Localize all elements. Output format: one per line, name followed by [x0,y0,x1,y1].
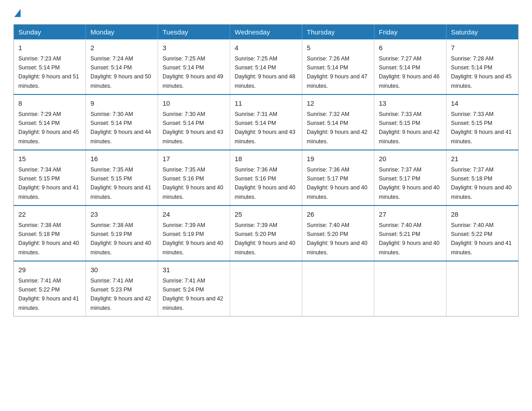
calendar-cell: 22 Sunrise: 7:38 AMSunset: 5:18 PMDaylig… [14,206,86,261]
calendar-cell: 6 Sunrise: 7:27 AMSunset: 5:14 PMDayligh… [374,39,446,94]
calendar-cell: 21 Sunrise: 7:37 AMSunset: 5:18 PMDaylig… [446,150,519,206]
calendar-cell: 11 Sunrise: 7:31 AMSunset: 5:14 PMDaylig… [230,94,302,150]
day-number: 8 [18,98,81,109]
day-info: Sunrise: 7:36 AMSunset: 5:17 PMDaylight:… [307,167,368,200]
weekday-header-saturday: Saturday [446,25,519,40]
calendar-cell: 5 Sunrise: 7:26 AMSunset: 5:14 PMDayligh… [302,39,374,94]
day-number: 10 [163,98,225,109]
calendar-week-row: 8 Sunrise: 7:29 AMSunset: 5:14 PMDayligh… [14,94,519,150]
day-info: Sunrise: 7:30 AMSunset: 5:14 PMDaylight:… [163,111,223,145]
day-info: Sunrise: 7:41 AMSunset: 5:24 PMDaylight:… [163,278,223,311]
day-number: 7 [451,43,514,53]
day-info: Sunrise: 7:29 AMSunset: 5:14 PMDaylight:… [18,111,79,145]
day-number: 22 [18,210,81,220]
day-number: 9 [90,98,153,109]
calendar-cell [230,261,302,317]
day-info: Sunrise: 7:26 AMSunset: 5:14 PMDaylight:… [307,56,368,89]
day-number: 12 [307,98,369,109]
calendar-cell: 15 Sunrise: 7:34 AMSunset: 5:15 PMDaylig… [14,150,86,206]
day-info: Sunrise: 7:31 AMSunset: 5:14 PMDaylight:… [235,111,296,145]
day-number: 16 [90,154,153,164]
day-number: 2 [90,43,153,53]
day-info: Sunrise: 7:41 AMSunset: 5:23 PMDaylight:… [90,278,151,311]
day-info: Sunrise: 7:40 AMSunset: 5:21 PMDaylight:… [379,222,440,256]
calendar-cell [446,261,519,317]
day-info: Sunrise: 7:38 AMSunset: 5:18 PMDaylight:… [18,222,79,256]
day-info: Sunrise: 7:39 AMSunset: 5:20 PMDaylight:… [235,222,296,256]
day-number: 5 [307,43,369,53]
day-number: 3 [163,43,225,53]
day-number: 17 [163,154,225,164]
day-number: 24 [163,210,225,220]
calendar-cell: 3 Sunrise: 7:25 AMSunset: 5:14 PMDayligh… [158,39,230,94]
day-number: 20 [379,154,442,164]
calendar-cell: 2 Sunrise: 7:24 AMSunset: 5:14 PMDayligh… [86,39,158,94]
day-info: Sunrise: 7:25 AMSunset: 5:14 PMDaylight:… [163,56,223,89]
calendar-cell: 17 Sunrise: 7:35 AMSunset: 5:16 PMDaylig… [158,150,230,206]
calendar-table: SundayMondayTuesdayWednesdayThursdayFrid… [13,24,519,317]
logo-triangle-icon [14,9,21,17]
calendar-cell: 31 Sunrise: 7:41 AMSunset: 5:24 PMDaylig… [158,261,230,317]
calendar-cell: 25 Sunrise: 7:39 AMSunset: 5:20 PMDaylig… [230,206,302,261]
day-info: Sunrise: 7:38 AMSunset: 5:19 PMDaylight:… [90,222,151,256]
day-number: 15 [18,154,81,164]
day-info: Sunrise: 7:39 AMSunset: 5:19 PMDaylight:… [163,222,223,256]
day-number: 11 [235,98,297,109]
calendar-cell: 23 Sunrise: 7:38 AMSunset: 5:19 PMDaylig… [86,206,158,261]
calendar-cell: 10 Sunrise: 7:30 AMSunset: 5:14 PMDaylig… [158,94,230,150]
day-number: 30 [90,265,153,275]
calendar-cell: 18 Sunrise: 7:36 AMSunset: 5:16 PMDaylig… [230,150,302,206]
calendar-cell: 9 Sunrise: 7:30 AMSunset: 5:14 PMDayligh… [86,94,158,150]
calendar-cell: 13 Sunrise: 7:33 AMSunset: 5:15 PMDaylig… [374,94,446,150]
day-info: Sunrise: 7:32 AMSunset: 5:14 PMDaylight:… [307,111,368,145]
day-info: Sunrise: 7:35 AMSunset: 5:15 PMDaylight:… [90,167,151,200]
calendar-cell: 29 Sunrise: 7:41 AMSunset: 5:22 PMDaylig… [14,261,86,317]
calendar-week-row: 1 Sunrise: 7:23 AMSunset: 5:14 PMDayligh… [14,39,519,94]
day-info: Sunrise: 7:30 AMSunset: 5:14 PMDaylight:… [90,111,151,145]
day-info: Sunrise: 7:35 AMSunset: 5:16 PMDaylight:… [163,167,223,200]
weekday-header-friday: Friday [374,25,446,40]
day-info: Sunrise: 7:37 AMSunset: 5:17 PMDaylight:… [379,167,440,200]
calendar-week-row: 29 Sunrise: 7:41 AMSunset: 5:22 PMDaylig… [14,261,519,317]
calendar-cell: 30 Sunrise: 7:41 AMSunset: 5:23 PMDaylig… [86,261,158,317]
day-info: Sunrise: 7:25 AMSunset: 5:14 PMDaylight:… [235,56,296,89]
weekday-header-tuesday: Tuesday [158,25,230,40]
calendar-cell: 20 Sunrise: 7:37 AMSunset: 5:17 PMDaylig… [374,150,446,206]
day-info: Sunrise: 7:40 AMSunset: 5:20 PMDaylight:… [307,222,368,256]
day-number: 25 [235,210,297,220]
day-info: Sunrise: 7:24 AMSunset: 5:14 PMDaylight:… [90,56,151,89]
calendar-week-row: 15 Sunrise: 7:34 AMSunset: 5:15 PMDaylig… [14,150,519,206]
day-info: Sunrise: 7:33 AMSunset: 5:15 PMDaylight:… [451,111,512,145]
day-info: Sunrise: 7:23 AMSunset: 5:14 PMDaylight:… [18,56,79,89]
calendar-cell: 8 Sunrise: 7:29 AMSunset: 5:14 PMDayligh… [14,94,86,150]
calendar-cell: 12 Sunrise: 7:32 AMSunset: 5:14 PMDaylig… [302,94,374,150]
calendar-cell: 1 Sunrise: 7:23 AMSunset: 5:14 PMDayligh… [14,39,86,94]
day-info: Sunrise: 7:36 AMSunset: 5:16 PMDaylight:… [235,167,296,200]
calendar-cell: 24 Sunrise: 7:39 AMSunset: 5:19 PMDaylig… [158,206,230,261]
calendar-cell: 4 Sunrise: 7:25 AMSunset: 5:14 PMDayligh… [230,39,302,94]
calendar-cell: 27 Sunrise: 7:40 AMSunset: 5:21 PMDaylig… [374,206,446,261]
day-info: Sunrise: 7:34 AMSunset: 5:15 PMDaylight:… [18,167,79,200]
day-number: 28 [451,210,514,220]
calendar-cell: 7 Sunrise: 7:28 AMSunset: 5:14 PMDayligh… [446,39,519,94]
day-number: 13 [379,98,442,109]
calendar-cell: 16 Sunrise: 7:35 AMSunset: 5:15 PMDaylig… [86,150,158,206]
calendar-cell: 14 Sunrise: 7:33 AMSunset: 5:15 PMDaylig… [446,94,519,150]
page-header [13,9,519,15]
calendar-cell: 19 Sunrise: 7:36 AMSunset: 5:17 PMDaylig… [302,150,374,206]
calendar-week-row: 22 Sunrise: 7:38 AMSunset: 5:18 PMDaylig… [14,206,519,261]
day-number: 31 [163,265,225,275]
day-info: Sunrise: 7:40 AMSunset: 5:22 PMDaylight:… [451,222,512,256]
day-number: 26 [307,210,369,220]
weekday-header-thursday: Thursday [302,25,374,40]
day-number: 4 [235,43,297,53]
day-number: 14 [451,98,514,109]
day-number: 18 [235,154,297,164]
day-info: Sunrise: 7:41 AMSunset: 5:22 PMDaylight:… [18,278,79,311]
day-info: Sunrise: 7:28 AMSunset: 5:14 PMDaylight:… [451,56,512,89]
calendar-cell [302,261,374,317]
logo [13,9,21,15]
weekday-header-wednesday: Wednesday [230,25,302,40]
day-info: Sunrise: 7:27 AMSunset: 5:14 PMDaylight:… [379,56,440,89]
calendar-cell: 28 Sunrise: 7:40 AMSunset: 5:22 PMDaylig… [446,206,519,261]
